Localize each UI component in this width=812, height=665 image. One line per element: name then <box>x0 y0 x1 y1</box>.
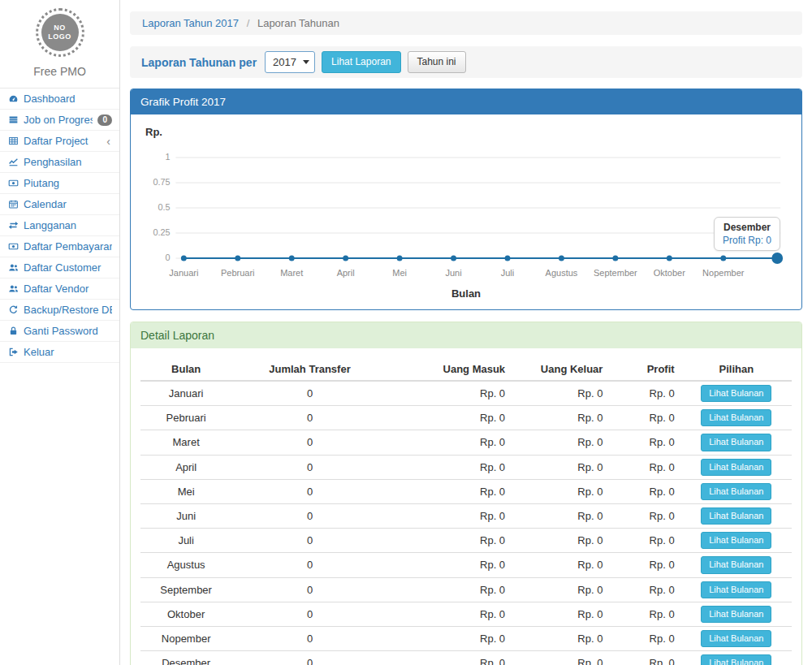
data-point-pebruari[interactable] <box>235 256 240 261</box>
cell: Rp. 0 <box>609 430 680 455</box>
lihat-bulanan-button[interactable]: Lihat Bulanan <box>701 507 771 525</box>
cell: Rp. 0 <box>512 479 609 503</box>
sidebar-item-daftar-vendor[interactable]: Daftar Vendor <box>0 279 119 300</box>
cell: Rp. 0 <box>388 529 512 553</box>
lihat-bulanan-button[interactable]: Lihat Bulanan <box>701 556 771 573</box>
cell: Rp. 0 <box>609 626 680 650</box>
dashboard-icon <box>7 93 19 105</box>
sidebar-item-ganti-password[interactable]: Ganti Password <box>0 321 119 342</box>
cell: 0 <box>231 553 387 577</box>
sidebar-item-langganan[interactable]: Langganan <box>0 215 119 236</box>
sidebar-item-label: Piutang <box>24 177 112 189</box>
sidebar-item-calendar[interactable]: Calendar <box>0 194 119 215</box>
cell: Mei <box>140 479 231 503</box>
list-icon <box>7 114 19 126</box>
cell: Rp. 0 <box>609 577 680 602</box>
table-row-pebruari: Pebruari0Rp. 0Rp. 0Rp. 0Lihat Bulanan <box>140 406 792 430</box>
data-point-nopember[interactable] <box>720 256 726 261</box>
sidebar-item-daftar-pembayaran[interactable]: Daftar Pembayaran <box>0 236 119 257</box>
profit-line-chart[interactable]: 00.250.50.751 JanuariPebruariMaretAprilM… <box>140 143 792 281</box>
sidebar-item-piutang[interactable]: Piutang <box>0 173 119 194</box>
users-icon <box>7 262 19 274</box>
cell: Agustus <box>140 553 231 577</box>
cell: Rp. 0 <box>388 503 512 528</box>
table-row-desember: Desember0Rp. 0Rp. 0Rp. 0Lihat Bulanan <box>140 651 792 665</box>
report-filter-bar: Laporan Tahunan per 2017 Lihat Laporan T… <box>130 46 802 78</box>
filter-label: Laporan Tahunan per <box>141 56 257 69</box>
brand-name: Free PMO <box>0 65 119 78</box>
sidebar-menu: DashboardJob on Progress0Daftar Project‹… <box>0 89 119 363</box>
cell: Rp. 0 <box>512 430 609 455</box>
cell: Rp. 0 <box>609 553 680 577</box>
data-point-juni[interactable] <box>451 256 456 261</box>
cell: 0 <box>231 406 387 430</box>
sidebar-item-label: Langganan <box>24 219 112 231</box>
column-header-bulan: Bulan <box>140 358 231 381</box>
refresh-icon <box>7 304 19 316</box>
lihat-laporan-button[interactable]: Lihat Laporan <box>322 51 400 72</box>
x-axis-title: Bulan <box>140 287 792 300</box>
breadcrumb: Laporan Tahun 2017 / Laporan Tahunan <box>130 11 802 35</box>
data-point-oktober[interactable] <box>667 256 672 261</box>
x-axis-labels: JanuariPebruariMaretAprilMeiJuniJuliAgus… <box>140 268 792 281</box>
cell-pilihan: Lihat Bulanan <box>681 430 792 455</box>
cell: Rp. 0 <box>388 406 512 430</box>
sidebar-item-keluar[interactable]: Keluar <box>0 342 119 363</box>
cell-pilihan: Lihat Bulanan <box>681 406 792 430</box>
sidebar-item-backup-restore-db[interactable]: Backup/Restore DB <box>0 300 119 321</box>
chart-svg: 00.250.50.751 <box>140 143 792 266</box>
tahun-ini-button[interactable]: Tahun ini <box>408 51 466 72</box>
year-select[interactable]: 2017 <box>265 51 315 73</box>
lihat-bulanan-button[interactable]: Lihat Bulanan <box>701 385 771 402</box>
sidebar-item-daftar-customer[interactable]: Daftar Customer <box>0 257 119 279</box>
cell-pilihan: Lihat Bulanan <box>681 529 792 553</box>
data-point-april[interactable] <box>343 256 348 261</box>
lock-icon <box>7 326 19 337</box>
data-point-september[interactable] <box>612 256 618 261</box>
cell: Rp. 0 <box>512 553 609 577</box>
cell: Rp. 0 <box>609 455 680 479</box>
lihat-bulanan-button[interactable]: Lihat Bulanan <box>701 434 771 451</box>
lihat-bulanan-button[interactable]: Lihat Bulanan <box>701 630 771 647</box>
money-icon <box>7 241 19 253</box>
cell: Rp. 0 <box>512 651 609 665</box>
cell: Rp. 0 <box>609 381 680 406</box>
lihat-bulanan-button[interactable]: Lihat Bulanan <box>701 459 771 476</box>
lihat-bulanan-button[interactable]: Lihat Bulanan <box>701 654 771 665</box>
data-point-desember[interactable] <box>771 253 783 264</box>
users-icon <box>7 283 19 295</box>
no-logo-icon: NO LOGO <box>36 8 84 57</box>
cell: Rp. 0 <box>388 430 512 455</box>
x-tick-label: Juni <box>445 268 461 278</box>
sidebar-item-dashboard[interactable]: Dashboard <box>0 89 119 110</box>
cell: Rp. 0 <box>388 577 512 602</box>
cell: Januari <box>140 381 231 406</box>
data-point-agustus[interactable] <box>559 256 564 261</box>
lihat-bulanan-button[interactable]: Lihat Bulanan <box>701 409 771 426</box>
lihat-bulanan-button[interactable]: Lihat Bulanan <box>701 532 771 549</box>
sidebar-item-penghasilan[interactable]: Penghasilan <box>0 152 119 173</box>
sidebar-item-job-on-progress[interactable]: Job on Progress0 <box>0 110 119 131</box>
breadcrumb-link-laporan-tahun[interactable]: Laporan Tahun 2017 <box>142 17 239 29</box>
sidebar-item-label: Daftar Customer <box>24 261 112 274</box>
calendar-icon <box>7 199 19 210</box>
detail-panel-title: Detail Laporan <box>131 322 801 348</box>
cell-pilihan: Lihat Bulanan <box>681 455 792 479</box>
cell-pilihan: Lihat Bulanan <box>681 553 792 577</box>
data-point-januari[interactable] <box>181 256 187 261</box>
x-tick-label: September <box>594 268 637 278</box>
lihat-bulanan-button[interactable]: Lihat Bulanan <box>701 483 771 500</box>
data-point-mei[interactable] <box>397 256 403 261</box>
sidebar-item-daftar-project[interactable]: Daftar Project‹ <box>0 131 119 152</box>
sidebar: NO LOGO Free PMO DashboardJob on Progres… <box>0 0 120 665</box>
x-tick-label: Maret <box>280 268 303 278</box>
column-header-uang-keluar: Uang Keluar <box>512 358 609 381</box>
data-point-juli[interactable] <box>505 256 511 261</box>
y-tick-label: 0 <box>166 253 171 262</box>
cell: 0 <box>231 626 387 650</box>
data-point-maret[interactable] <box>289 256 295 261</box>
lihat-bulanan-button[interactable]: Lihat Bulanan <box>701 581 771 598</box>
sidebar-item-label: Daftar Pembayaran <box>24 240 112 253</box>
lihat-bulanan-button[interactable]: Lihat Bulanan <box>701 606 771 623</box>
sidebar-item-label: Dashboard <box>24 93 112 105</box>
